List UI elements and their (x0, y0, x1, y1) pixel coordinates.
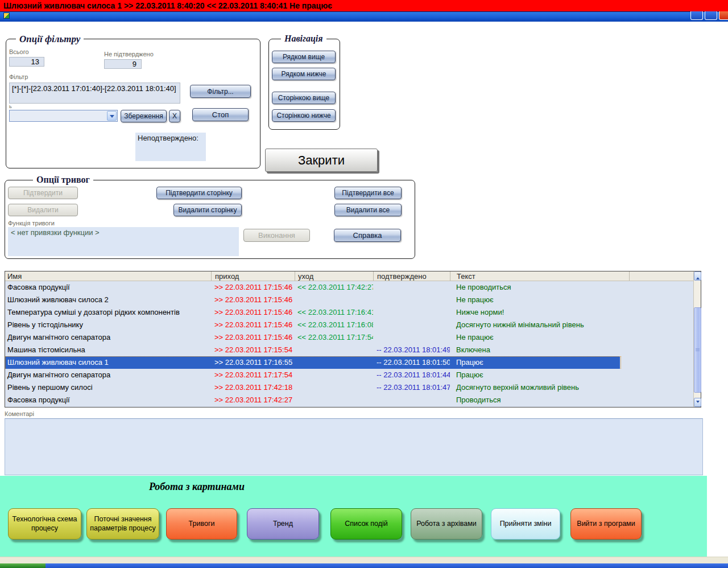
cell-name: Шлюзний живлювач силоса 1 (5, 356, 211, 369)
table-row[interactable]: Рівень у тістодільнику>> 22.03.2011 17:1… (5, 319, 693, 331)
cell-extra (629, 381, 693, 394)
help-button[interactable]: Справка (334, 229, 401, 242)
trend-button[interactable]: Тренд (247, 508, 319, 540)
chevron-down-icon[interactable] (107, 111, 117, 121)
table-row[interactable]: Рівень у першому силосі>> 22.03.2011 17:… (5, 381, 693, 394)
comments-textarea[interactable] (5, 418, 703, 475)
cell-ack (373, 294, 450, 306)
alarm-table-body: Фасовка продукції>> 22.03.2011 17:15:46<… (5, 281, 693, 407)
stop-button[interactable]: Стоп (192, 108, 249, 121)
nav-button-page-up[interactable]: Сторінкою вище (272, 92, 336, 104)
alarm-banner: Шлюзний живлювач силоса 1 >> 22.03.2011 … (0, 0, 728, 11)
total-value-field: 13 (9, 57, 44, 67)
cell-txt: Включена (450, 344, 629, 356)
nav-button-page-down[interactable]: Сторінкою нижче (272, 109, 336, 122)
cell-lv (295, 344, 373, 356)
delete-filter-button[interactable]: X (169, 110, 180, 122)
cell-ack: -- 22.03.2011 18:01:44 (373, 369, 450, 381)
archives-button[interactable]: Робота з архівами (411, 508, 482, 540)
table-row[interactable]: Двигун магнітного сепаратора>> 22.03.201… (5, 331, 693, 344)
table-scrollbar[interactable] (693, 271, 701, 407)
table-row[interactable]: Шлюзний живлювач силоса 1>> 22.03.2011 1… (5, 356, 693, 369)
save-filter-button[interactable]: Збереження (121, 110, 167, 122)
close-dialog-button[interactable]: Закрити (265, 149, 378, 172)
scroll-down-icon[interactable] (694, 398, 701, 407)
current-values-button[interactable]: Поточні значення параметрів процесу (86, 508, 159, 540)
cell-extra (629, 369, 693, 381)
navigation-title: Навігація (281, 34, 326, 44)
cell-lv: << 22.03.2011 17:16:08 (295, 319, 373, 331)
cell-txt: Нижче норми! (450, 306, 629, 319)
cell-lv: << 22.03.2011 17:16:41 (295, 306, 373, 319)
column-header-1[interactable]: приход (211, 271, 295, 281)
start-button[interactable] (0, 563, 46, 568)
filter-options-title: Опції фільтру (16, 34, 84, 45)
alarm-function-label: Функція тривоги (8, 220, 55, 227)
acknowledge-button: Підтвердити (8, 187, 78, 199)
cell-name: Двигун магнітного сепаратора (5, 369, 211, 381)
cell-lv (295, 369, 373, 381)
cell-arr: >> 22.03.2011 17:16:55 (211, 356, 295, 369)
delete-button: Видалити (8, 204, 78, 216)
column-header-0[interactable]: Имя (5, 271, 211, 281)
cell-name: Фасовка продукції (5, 394, 211, 406)
tech-scheme-button[interactable]: Технологічна схема процесу (8, 508, 81, 540)
cell-txt: Досягнуто верхній можливий рівень (450, 381, 629, 394)
execute-button: Виконання (243, 229, 310, 242)
events-list-button[interactable]: Список подій (330, 508, 402, 540)
maximize-button[interactable] (705, 11, 717, 20)
saved-filter-label: ь (9, 104, 12, 109)
nav-button-row-up[interactable]: Рядком вище (272, 51, 336, 63)
cell-extra (629, 294, 693, 306)
scroll-up-icon[interactable] (694, 271, 701, 281)
cell-arr: >> 22.03.2011 17:17:54 (211, 369, 295, 381)
cell-name: Двигун магнітного сепаратора (5, 331, 211, 344)
alarms-button[interactable]: Тривоги (166, 508, 237, 540)
cell-arr: >> 22.03.2011 17:15:46 (211, 306, 295, 319)
accept-changes-button[interactable]: Прийняти зміни (491, 508, 560, 540)
cell-ack (373, 394, 450, 406)
cell-arr: >> 22.03.2011 17:15:46 (211, 294, 295, 306)
acknowledge-page-button[interactable]: Підтвердити сторінку (156, 187, 242, 199)
app-icon (3, 13, 10, 19)
cell-name: Шлюзний живлювач силоса 2 (5, 294, 211, 306)
cell-txt: Досягнуто нижній мінімальний рівень (450, 319, 629, 331)
alarm-function-field: < нет привязки функции > (8, 227, 239, 256)
table-row[interactable]: Фасовка продукції>> 22.03.2011 17:15:46<… (5, 281, 693, 294)
cell-ack (373, 281, 450, 294)
cell-name: Температура суміші у дозаторі рідких ком… (5, 306, 211, 319)
cell-ack: -- 22.03.2011 18:01:49 (373, 344, 450, 356)
cell-extra (629, 344, 693, 356)
filter-expression-field[interactable]: [*]-[*]-[22.03.2011 17:01:40]-[22.03.201… (9, 83, 180, 104)
close-window-button[interactable] (719, 11, 728, 20)
desktop-strip (0, 557, 728, 563)
column-header-3[interactable]: подтверждено (373, 271, 450, 281)
exit-program-button[interactable]: Вийти з програми (570, 508, 642, 540)
filter-button[interactable]: Фільтр... (190, 85, 251, 98)
cell-txt: Працює (450, 369, 629, 381)
cell-lv: << 22.03.2011 17:17:54 (295, 331, 373, 344)
window-titlebar (0, 11, 728, 22)
table-row[interactable]: Машина тістомісильна>> 22.03.2011 17:15:… (5, 344, 693, 356)
delete-page-button[interactable]: Видалити сторінку (173, 204, 242, 216)
scrollbar-thumb[interactable] (694, 307, 701, 393)
table-row[interactable]: Двигун магнітного сепаратора>> 22.03.201… (5, 369, 693, 381)
taskbar (46, 563, 728, 568)
column-header-4[interactable]: Текст (450, 271, 629, 281)
table-row[interactable]: Температура суміші у дозаторі рідких ком… (5, 306, 693, 319)
cell-extra (629, 356, 693, 369)
acknowledge-all-button[interactable]: Підтвердити все (334, 187, 402, 199)
saved-filter-combobox[interactable] (9, 110, 118, 122)
alarm-table: ИмяприходуходподтвержденоТекст Фасовка п… (5, 271, 701, 408)
table-row[interactable]: Шлюзний живлювач силоса 2>> 22.03.2011 1… (5, 294, 693, 306)
minimize-button[interactable] (690, 11, 703, 20)
cell-extra (629, 331, 693, 344)
cell-ack: -- 22.03.2011 18:01:47 (373, 381, 450, 394)
alarm-options-title: Опції тривог (33, 175, 93, 185)
nav-button-row-down[interactable]: Рядком нижче (272, 68, 336, 80)
delete-all-button[interactable]: Видалити все (334, 204, 402, 216)
column-header-2[interactable]: уход (295, 271, 373, 281)
table-row[interactable]: Фасовка продукції>> 22.03.2011 17:42:27П… (5, 394, 693, 406)
cell-lv (295, 294, 373, 306)
unacknowledged-label: Не підтверджено (104, 51, 154, 57)
